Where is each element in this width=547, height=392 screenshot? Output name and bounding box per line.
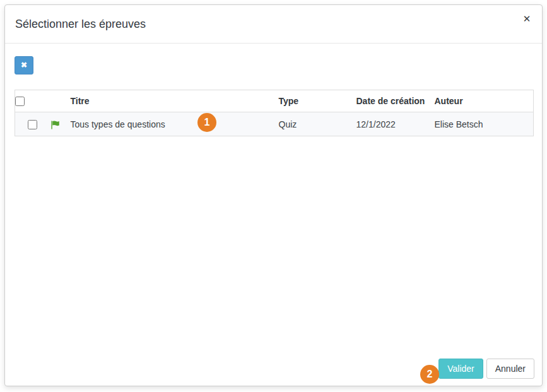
validate-button[interactable]: Valider — [438, 359, 483, 379]
clear-selection-button[interactable]: ✖ — [15, 56, 33, 74]
flag-column-header — [50, 90, 71, 112]
table-header-row: Titre Type Date de création Auteur — [15, 90, 534, 112]
annotation-step-2: 2 — [420, 365, 439, 384]
flag-icon — [50, 121, 60, 129]
select-tests-modal: Sélectionner les épreuves ✕ ✖ Titre Type… — [4, 4, 543, 386]
select-all-checkbox[interactable] — [15, 97, 25, 106]
close-icon[interactable]: ✕ — [520, 12, 534, 26]
row-date: 12/1/2022 — [356, 112, 435, 136]
row-checkbox[interactable] — [28, 120, 37, 129]
modal-footer: Valider Annuler — [438, 359, 534, 379]
column-header-auteur: Auteur — [435, 90, 534, 112]
column-header-titre: Titre — [71, 90, 279, 112]
column-header-type: Type — [279, 90, 356, 112]
row-title: Tous types de questions — [71, 112, 279, 136]
row-type: Quiz — [279, 112, 356, 136]
x-icon: ✖ — [21, 61, 27, 69]
row-author: Elise Betsch — [435, 112, 534, 136]
modal-body: ✖ Titre Type Date de création Auteur — [5, 44, 542, 347]
column-header-date: Date de création — [356, 90, 435, 112]
modal-header: Sélectionner les épreuves ✕ — [5, 5, 542, 44]
tests-table: Titre Type Date de création Auteur Tous … — [15, 90, 534, 136]
modal-title: Sélectionner les épreuves — [15, 18, 146, 31]
cancel-button[interactable]: Annuler — [486, 359, 534, 379]
table-row[interactable]: Tous types de questions Quiz 12/1/2022 E… — [15, 112, 534, 136]
annotation-step-1: 1 — [197, 113, 216, 132]
